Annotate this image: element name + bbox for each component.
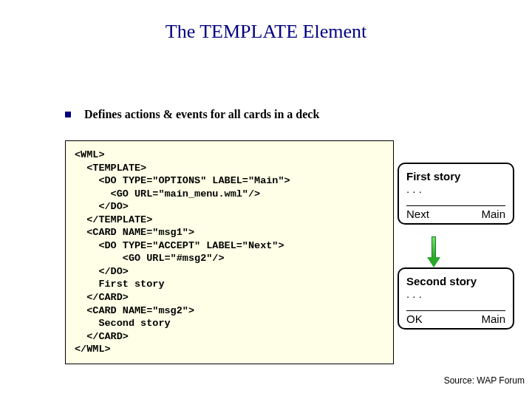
softkey-left: OK [406, 313, 423, 325]
bullet-item: Defines actions & events for all cards i… [65, 108, 319, 121]
softkey-right: Main [481, 208, 505, 220]
softkey-left: Next [406, 208, 429, 220]
bullet-text: Defines actions & events for all cards i… [84, 108, 319, 120]
card-body: Second story . . . [406, 275, 505, 306]
card-ellipsis: . . . [406, 287, 505, 300]
card-title: Second story [406, 275, 505, 287]
card-softkeys: Next Main [406, 205, 505, 220]
phone-card-first: First story . . . Next Main [398, 163, 514, 225]
wml-code-block: <WML> <TEMPLATE> <DO TYPE="OPTIONS" LABE… [65, 140, 394, 364]
source-attribution: Source: WAP Forum [444, 375, 525, 386]
slide-title: The TEMPLATE Element [0, 0, 532, 43]
softkey-right: Main [481, 313, 505, 325]
card-title: First story [406, 170, 505, 183]
bullet-square-icon [65, 112, 71, 117]
card-ellipsis: . . . [406, 183, 505, 195]
down-arrow-icon [429, 236, 439, 267]
card-body: First story . . . [406, 170, 505, 201]
card-softkeys: OK Main [406, 310, 505, 325]
phone-card-second: Second story . . . OK Main [398, 267, 514, 330]
